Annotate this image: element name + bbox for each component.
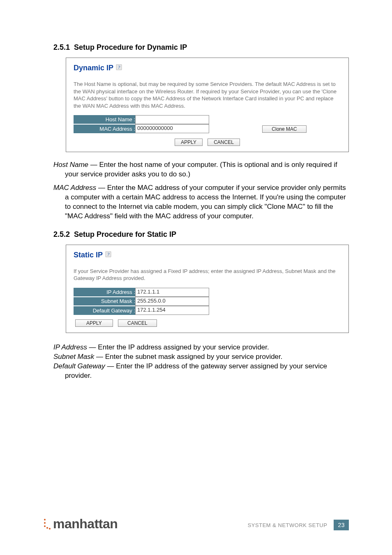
static-panel-title: Static IP <box>74 251 103 259</box>
svg-point-3 <box>44 522 46 524</box>
host-name-explain: Host Name — Enter the host name of your … <box>53 160 349 179</box>
static-cancel-button[interactable]: CANCEL <box>118 319 157 327</box>
subnet-mask-explain: Subnet Mask — Enter the subnet mask assi… <box>53 352 349 362</box>
host-name-term: Host Name <box>53 161 88 169</box>
svg-text:?: ? <box>118 65 120 69</box>
default-gateway-label: Default Gateway : <box>74 306 135 315</box>
section-heading-dynamic: 2.5.1 Setup Procedure for Dynamic IP <box>53 43 349 52</box>
default-gateway-explain: Default Gateway — Enter the IP address o… <box>53 362 349 381</box>
host-name-label: Host Name : <box>74 115 135 124</box>
svg-text:?: ? <box>107 252 110 257</box>
ip-address-input[interactable]: 172.1.1.1 <box>135 288 209 297</box>
ip-address-term: IP Address <box>53 343 87 351</box>
dynamic-apply-button[interactable]: APPLY <box>175 139 203 146</box>
section-title: Setup Procedure for Dynamic IP <box>74 43 187 51</box>
default-gateway-term: Default Gateway <box>53 362 105 370</box>
brand-dots-icon <box>43 517 52 530</box>
brand-text: manhattan <box>53 517 118 530</box>
section-title-2: Setup Procedure for Static IP <box>74 230 176 238</box>
host-name-input[interactable] <box>135 115 209 124</box>
default-gateway-input[interactable]: 172.1.1.254 <box>135 306 209 315</box>
mac-address-explain: MAC Address — Enter the MAC address of y… <box>53 183 349 221</box>
dynamic-panel-desc: The Host Name is optional, but may be re… <box>74 81 341 109</box>
ip-address-text: — Enter the IP address assigned by your … <box>87 343 269 351</box>
section-number: 2.5.1 <box>53 43 70 51</box>
mac-address-input[interactable]: 000000000000 <box>135 124 209 133</box>
brand-logo: manhattan <box>43 517 118 530</box>
dynamic-cancel-button[interactable]: CANCEL <box>208 139 240 146</box>
host-name-text: — Enter the host name of your computer. … <box>65 161 337 178</box>
subnet-mask-text: — Enter the subnet mask assigned by your… <box>94 353 282 361</box>
svg-point-4 <box>44 525 46 527</box>
mac-address-term: MAC Address <box>53 184 96 192</box>
svg-point-5 <box>46 527 48 529</box>
section-number-2: 2.5.2 <box>53 230 70 238</box>
static-apply-button[interactable]: APPLY <box>75 319 113 327</box>
subnet-mask-label: Subnet Mask : <box>74 297 135 306</box>
svg-point-2 <box>44 519 46 520</box>
section-heading-static: 2.5.2 Setup Procedure for Static IP <box>53 230 349 239</box>
dynamic-panel-title: Dynamic IP <box>74 64 113 72</box>
subnet-mask-input[interactable]: 255.255.0.0 <box>135 297 209 306</box>
mac-address-text: — Enter the MAC address of your computer… <box>65 184 346 220</box>
clone-mac-button[interactable]: Clone MAC <box>262 125 306 133</box>
mac-address-label: MAC Address : <box>74 124 135 133</box>
ip-address-explain: IP Address — Enter the IP address assign… <box>53 343 349 352</box>
subnet-mask-term: Subnet Mask <box>53 353 94 361</box>
static-panel-desc: If your Service Provider has assigned a … <box>74 268 341 282</box>
svg-point-6 <box>49 528 51 530</box>
ip-address-label: IP Address : <box>74 288 135 297</box>
static-ip-panel: Static IP ? If your Service Provider has… <box>66 245 349 333</box>
page-number: 23 <box>334 520 349 530</box>
static-form-table: IP Address : 172.1.1.1 Subnet Mask : 255… <box>74 288 209 315</box>
help-icon[interactable]: ? <box>105 251 111 258</box>
dynamic-ip-panel: Dynamic IP ? The Host Name is optional, … <box>66 58 349 152</box>
dynamic-form-table: Host Name : MAC Address : 000000000000 C… <box>74 115 341 133</box>
page-footer: manhattan SYSTEM & NETWORK SETUP 23 <box>0 517 392 530</box>
help-icon[interactable]: ? <box>116 64 122 71</box>
footer-section-label: SYSTEM & NETWORK SETUP <box>248 522 327 528</box>
